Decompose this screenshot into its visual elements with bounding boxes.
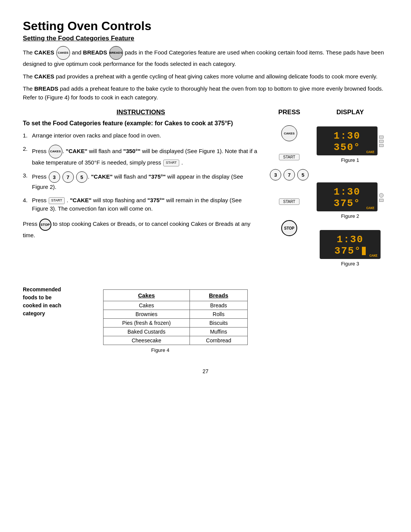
table-container: Cakes Breads CakesBreadsBrowniesRollsPie… <box>73 282 248 353</box>
display-figure3-wrapper: 1:30 375° CAKE Figure 3 <box>320 228 381 274</box>
step-2: 2. Press CAKES. "CAKE" will flash and "3… <box>23 145 259 167</box>
breads-cell: Cornbread <box>190 336 248 345</box>
display-figure2-label: CAKE <box>366 206 374 210</box>
num-5-button: 5 <box>76 171 88 183</box>
intro-paragraph-3: The BREADS pad adds a preheat feature to… <box>23 85 388 102</box>
display-figure1-wrapper: 1:30 350° CAKE Figure 1 <box>317 116 384 179</box>
step-3-text: Press 3 7 5. "CAKE" will flash and "375°… <box>32 171 259 192</box>
stop-button-inline: STOP <box>39 219 51 231</box>
cakes-button-press: CAKES <box>281 125 297 141</box>
example-heading: To set the Food Categories feature (exam… <box>23 119 259 128</box>
breads-cell: Muffins <box>190 328 248 336</box>
start-button-press1: START <box>279 154 299 160</box>
table-wrapper: Recommendedfoods to becooked in eachcate… <box>23 282 388 353</box>
step-2-num: 2. <box>23 145 30 167</box>
page-number: 27 <box>23 368 388 374</box>
table-row: CakesBreads <box>104 301 248 310</box>
figure1-label: Figure 1 <box>341 157 359 163</box>
num-3-press: 3 <box>270 169 281 181</box>
stop-press-section: Press STOP to stop cooking Cakes or Brea… <box>23 219 259 240</box>
figure4-label: Figure 4 <box>73 347 248 353</box>
page-title: Setting Oven Controls <box>23 19 388 33</box>
table-header-row: Cakes Breads <box>104 290 248 301</box>
step-1-text: Arrange interior oven racks and place fo… <box>32 131 259 140</box>
three-column-layout: INSTRUCTIONS To set the Food Categories … <box>23 109 388 274</box>
start-button-step4: START <box>49 197 65 204</box>
cakes-button-step2: CAKES <box>49 145 62 158</box>
display-figure1-panel: 1:30 350° CAKE <box>317 126 384 156</box>
cakes-cell: Pies (fresh & frozen) <box>104 319 190 328</box>
breads-cell: Biscuits <box>190 319 248 328</box>
page: Setting Oven Controls Setting the Food C… <box>0 0 411 397</box>
step-2-text: Press CAKES. "CAKE" will flash and "350°… <box>32 145 259 167</box>
cakes-cell: Brownies <box>104 310 190 319</box>
food-categories-table: Cakes Breads CakesBreadsBrowniesRollsPie… <box>103 289 248 345</box>
display-figure1: 1:30 350° CAKE <box>317 126 378 155</box>
step-1: 1. Arrange interior oven racks and place… <box>23 131 259 140</box>
recommended-label: Recommendedfoods to becooked in eachcate… <box>23 286 61 318</box>
press-column: PRESS CAKES START 3 7 5 START STOP <box>266 109 312 274</box>
display-column: DISPLAY 1:30 350° CAKE Figure 1 <box>312 109 388 274</box>
intro-paragraph-2: The CAKES pad provides a preheat with a … <box>23 72 388 81</box>
side-icon-fan <box>379 193 384 198</box>
display-figure2-wrapper: 1:30 375° CAKE Figure 2 <box>317 179 384 228</box>
intro-paragraph-1: The CAKES CAKES and BREADS BREADS pads i… <box>23 46 388 69</box>
display-cursor <box>362 247 366 255</box>
press-stop: STOP <box>281 220 297 236</box>
step-3-num: 3. <box>23 171 30 192</box>
start-button-press2: START <box>279 198 299 205</box>
cakes-cell: Baked Custards <box>104 328 190 336</box>
breads-cell: Rolls <box>190 310 248 319</box>
cakes-button-inline: CAKES <box>56 46 70 60</box>
table-row: BrowniesRolls <box>104 310 248 319</box>
press-header: PRESS <box>266 109 312 116</box>
side-icon-4 <box>379 199 384 202</box>
breads-button-inline: BREADS <box>109 46 123 60</box>
food-table-section: Recommendedfoods to becooked in eachcate… <box>23 282 388 353</box>
table-row: Baked CustardsMuffins <box>104 328 248 336</box>
breads-column-header: Breads <box>190 290 248 301</box>
display-figure3: 1:30 375° CAKE <box>320 230 381 259</box>
side-icon-3 <box>379 144 384 147</box>
step-4-text: Press START . "CAKE" will stop flashing … <box>32 196 259 213</box>
step-4: 4. Press START . "CAKE" will stop flashi… <box>23 196 259 213</box>
breads-cell: Breads <box>190 301 248 310</box>
section-subtitle: Setting the Food Categories Feature <box>23 35 388 42</box>
display-figure3-label: CAKE <box>369 254 378 258</box>
num-7-press: 7 <box>284 169 295 181</box>
press-step3: 3 7 5 <box>269 163 309 186</box>
cakes-cell: Cheesecake <box>104 336 190 345</box>
num-3-button: 3 <box>49 171 60 183</box>
instructions-header: INSTRUCTIONS <box>23 109 259 116</box>
step-1-num: 1. <box>23 131 30 140</box>
instructions-column: INSTRUCTIONS To set the Food Categories … <box>23 109 266 274</box>
step-3: 3. Press 3 7 5. "CAKE" will flash and "3… <box>23 171 259 192</box>
press-start-1: START <box>279 150 300 163</box>
step-4-num: 4. <box>23 196 30 213</box>
display-figure1-label: CAKE <box>366 150 374 154</box>
side-icon-1 <box>379 136 384 139</box>
figure2-label: Figure 2 <box>341 213 359 219</box>
press-step4: START <box>279 186 300 217</box>
press-step2: CAKES <box>281 116 298 150</box>
display-figure2-panel: 1:30 375° CAKE <box>317 182 384 212</box>
table-row: Pies (fresh & frozen)Biscuits <box>104 319 248 328</box>
figure3-label: Figure 3 <box>341 261 359 267</box>
display-figure2-side <box>379 193 384 202</box>
num-5-press: 5 <box>297 169 309 181</box>
display-figure1-side <box>379 136 384 147</box>
display-header: DISPLAY <box>336 109 364 116</box>
cakes-cell: Cakes <box>104 301 190 310</box>
stop-button-press: STOP <box>281 220 297 236</box>
num-7-button: 7 <box>62 171 74 183</box>
display-figure2: 1:30 375° CAKE <box>317 182 378 211</box>
cakes-column-header: Cakes <box>104 290 190 301</box>
start-button-step2: START <box>163 160 180 166</box>
table-row: CheesecakeCornbread <box>104 336 248 345</box>
side-icon-2 <box>379 140 384 143</box>
